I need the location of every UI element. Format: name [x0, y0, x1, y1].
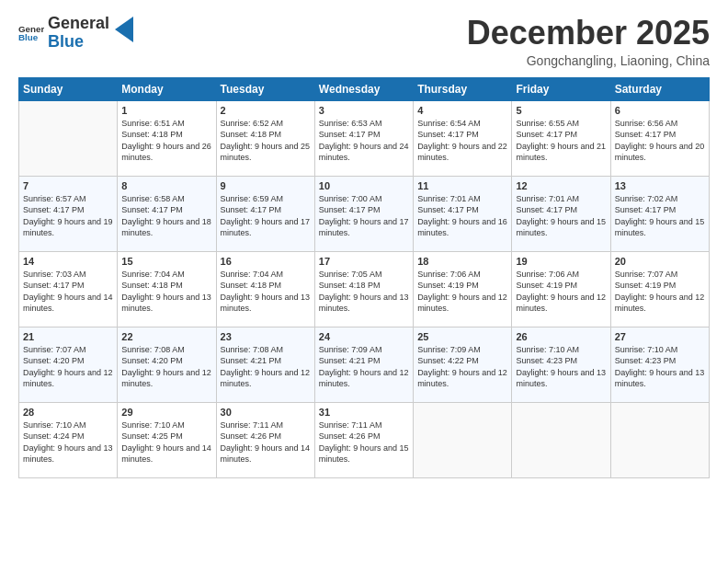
day-info: Sunrise: 7:10 AMSunset: 4:24 PMDaylight:… — [23, 420, 113, 465]
calendar-cell: 14Sunrise: 7:03 AMSunset: 4:17 PMDayligh… — [19, 251, 118, 327]
day-number: 11 — [417, 180, 507, 191]
location-subtitle: Gongchangling, Liaoning, China — [467, 53, 710, 68]
calendar-cell: 29Sunrise: 7:10 AMSunset: 4:25 PMDayligh… — [118, 402, 216, 477]
calendar-header-day: Monday — [118, 77, 216, 100]
day-info: Sunrise: 7:02 AMSunset: 4:17 PMDaylight:… — [615, 194, 705, 238]
calendar-cell: 9Sunrise: 6:59 AMSunset: 4:17 PMDaylight… — [216, 176, 314, 251]
day-number: 15 — [121, 256, 211, 267]
logo: General Blue General Blue — [18, 15, 133, 52]
day-info: Sunrise: 7:07 AMSunset: 4:19 PMDaylight:… — [615, 270, 705, 314]
day-number: 8 — [121, 180, 211, 191]
day-number: 22 — [121, 331, 211, 342]
svg-marker-3 — [115, 17, 133, 42]
logo-arrow-icon — [115, 17, 133, 42]
calendar-cell: 24Sunrise: 7:09 AMSunset: 4:21 PMDayligh… — [314, 327, 413, 402]
day-info: Sunrise: 6:55 AMSunset: 4:17 PMDaylight:… — [516, 119, 606, 163]
calendar-header-row: SundayMondayTuesdayWednesdayThursdayFrid… — [19, 77, 710, 100]
logo-icon: General Blue — [18, 20, 44, 46]
day-info: Sunrise: 7:00 AMSunset: 4:17 PMDaylight:… — [319, 194, 409, 238]
day-info: Sunrise: 6:51 AMSunset: 4:18 PMDaylight:… — [121, 119, 211, 163]
day-number: 18 — [417, 256, 507, 267]
day-info: Sunrise: 6:56 AMSunset: 4:17 PMDaylight:… — [615, 119, 705, 163]
calendar-cell: 31Sunrise: 7:11 AMSunset: 4:26 PMDayligh… — [314, 402, 413, 477]
day-number: 21 — [23, 331, 113, 342]
day-number: 30 — [221, 407, 311, 418]
calendar-cell: 4Sunrise: 6:54 AMSunset: 4:17 PMDaylight… — [414, 100, 512, 176]
day-info: Sunrise: 6:53 AMSunset: 4:17 PMDaylight:… — [319, 119, 409, 163]
calendar-cell — [19, 100, 118, 176]
day-info: Sunrise: 7:10 AMSunset: 4:23 PMDaylight:… — [516, 345, 606, 389]
day-number: 14 — [23, 256, 113, 267]
day-number: 29 — [121, 407, 211, 418]
calendar-week-row: 1Sunrise: 6:51 AMSunset: 4:18 PMDaylight… — [19, 100, 710, 176]
calendar-cell: 6Sunrise: 6:56 AMSunset: 4:17 PMDaylight… — [610, 100, 709, 176]
day-number: 23 — [221, 331, 311, 342]
calendar-cell: 25Sunrise: 7:09 AMSunset: 4:22 PMDayligh… — [414, 327, 512, 402]
calendar-cell: 27Sunrise: 7:10 AMSunset: 4:23 PMDayligh… — [610, 327, 709, 402]
calendar-week-row: 14Sunrise: 7:03 AMSunset: 4:17 PMDayligh… — [19, 251, 710, 327]
day-number: 16 — [221, 256, 311, 267]
day-number: 7 — [23, 180, 113, 191]
day-number: 5 — [516, 105, 606, 116]
calendar-cell: 10Sunrise: 7:00 AMSunset: 4:17 PMDayligh… — [314, 176, 413, 251]
calendar-cell: 30Sunrise: 7:11 AMSunset: 4:26 PMDayligh… — [216, 402, 314, 477]
day-info: Sunrise: 7:03 AMSunset: 4:17 PMDaylight:… — [23, 270, 113, 314]
day-number: 28 — [23, 407, 113, 418]
calendar-cell: 13Sunrise: 7:02 AMSunset: 4:17 PMDayligh… — [610, 176, 709, 251]
day-info: Sunrise: 7:09 AMSunset: 4:21 PMDaylight:… — [319, 345, 409, 389]
logo-blue-text: Blue — [48, 33, 109, 52]
day-info: Sunrise: 7:04 AMSunset: 4:18 PMDaylight:… — [121, 270, 211, 314]
calendar-header-day: Tuesday — [216, 77, 314, 100]
calendar-cell: 7Sunrise: 6:57 AMSunset: 4:17 PMDaylight… — [19, 176, 118, 251]
calendar-header-day: Saturday — [610, 77, 709, 100]
title-block: December 2025 Gongchangling, Liaoning, C… — [467, 15, 710, 68]
day-number: 13 — [615, 180, 705, 191]
day-number: 4 — [417, 105, 507, 116]
day-number: 9 — [221, 180, 311, 191]
calendar-cell: 28Sunrise: 7:10 AMSunset: 4:24 PMDayligh… — [19, 402, 118, 477]
day-info: Sunrise: 6:54 AMSunset: 4:17 PMDaylight:… — [417, 119, 507, 163]
calendar-cell: 5Sunrise: 6:55 AMSunset: 4:17 PMDaylight… — [512, 100, 610, 176]
svg-text:Blue: Blue — [18, 32, 39, 42]
calendar-cell: 18Sunrise: 7:06 AMSunset: 4:19 PMDayligh… — [414, 251, 512, 327]
day-info: Sunrise: 7:08 AMSunset: 4:21 PMDaylight:… — [221, 345, 311, 389]
day-number: 1 — [121, 105, 211, 116]
calendar-cell: 3Sunrise: 6:53 AMSunset: 4:17 PMDaylight… — [314, 100, 413, 176]
calendar-table: SundayMondayTuesdayWednesdayThursdayFrid… — [18, 77, 710, 478]
calendar-cell — [512, 402, 610, 477]
day-info: Sunrise: 7:06 AMSunset: 4:19 PMDaylight:… — [417, 270, 507, 314]
day-number: 12 — [516, 180, 606, 191]
calendar-header-day: Friday — [512, 77, 610, 100]
month-title: December 2025 — [467, 15, 710, 52]
calendar-week-row: 7Sunrise: 6:57 AMSunset: 4:17 PMDaylight… — [19, 176, 710, 251]
calendar-header-day: Wednesday — [314, 77, 413, 100]
calendar-cell: 19Sunrise: 7:06 AMSunset: 4:19 PMDayligh… — [512, 251, 610, 327]
calendar-cell — [610, 402, 709, 477]
day-info: Sunrise: 6:52 AMSunset: 4:18 PMDaylight:… — [221, 119, 311, 163]
day-number: 31 — [319, 407, 409, 418]
calendar-cell — [414, 402, 512, 477]
day-number: 26 — [516, 331, 606, 342]
calendar-cell: 12Sunrise: 7:01 AMSunset: 4:17 PMDayligh… — [512, 176, 610, 251]
day-number: 25 — [417, 331, 507, 342]
calendar-cell: 21Sunrise: 7:07 AMSunset: 4:20 PMDayligh… — [19, 327, 118, 402]
logo-general-text: General — [48, 15, 109, 33]
day-info: Sunrise: 7:06 AMSunset: 4:19 PMDaylight:… — [516, 270, 606, 314]
day-info: Sunrise: 7:05 AMSunset: 4:18 PMDaylight:… — [319, 270, 409, 314]
calendar-cell: 8Sunrise: 6:58 AMSunset: 4:17 PMDaylight… — [118, 176, 216, 251]
day-number: 2 — [221, 105, 311, 116]
day-info: Sunrise: 7:11 AMSunset: 4:26 PMDaylight:… — [319, 420, 409, 465]
calendar-cell: 15Sunrise: 7:04 AMSunset: 4:18 PMDayligh… — [118, 251, 216, 327]
day-number: 27 — [615, 331, 705, 342]
day-info: Sunrise: 7:01 AMSunset: 4:17 PMDaylight:… — [516, 194, 606, 238]
calendar-cell: 23Sunrise: 7:08 AMSunset: 4:21 PMDayligh… — [216, 327, 314, 402]
main-container: General Blue General Blue December 2025 … — [0, 0, 728, 488]
day-info: Sunrise: 7:04 AMSunset: 4:18 PMDaylight:… — [221, 270, 311, 314]
day-number: 20 — [615, 256, 705, 267]
day-info: Sunrise: 6:58 AMSunset: 4:17 PMDaylight:… — [121, 194, 211, 238]
header-row: General Blue General Blue December 2025 … — [18, 15, 710, 68]
day-info: Sunrise: 7:11 AMSunset: 4:26 PMDaylight:… — [221, 420, 311, 465]
calendar-cell: 22Sunrise: 7:08 AMSunset: 4:20 PMDayligh… — [118, 327, 216, 402]
calendar-cell: 11Sunrise: 7:01 AMSunset: 4:17 PMDayligh… — [414, 176, 512, 251]
calendar-header-day: Thursday — [414, 77, 512, 100]
